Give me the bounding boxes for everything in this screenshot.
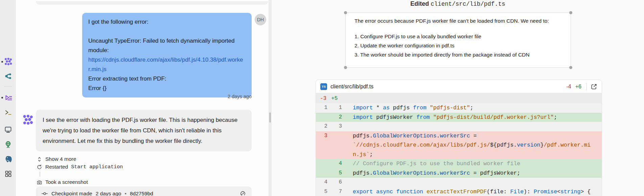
- old-line-number: 2: [316, 122, 330, 131]
- user-message-error2: Error extracting text from PDF:: [88, 74, 246, 84]
- code-line: import * as pdfjs from "pdfjs-dist";: [345, 103, 474, 113]
- timeline-connector: [40, 172, 40, 177]
- typescript-file-icon: TS: [320, 83, 327, 90]
- checkpoint-hash: 8d2759bd: [130, 191, 153, 196]
- edited-label: Edited: [410, 0, 429, 7]
- agent-notification-dot: [1, 61, 3, 63]
- restart-icon: [37, 164, 42, 170]
- database-postgres-icon: [4, 155, 12, 163]
- selection-handle[interactable]: [344, 11, 347, 14]
- explanation-step: 2. Update the worker configuration in pd…: [354, 42, 567, 49]
- screenshot-event-row: Took a screenshot: [37, 179, 88, 185]
- all-tools-grid-icon: [4, 170, 12, 178]
- scrolled-message-fragment: [36, 1, 268, 5]
- agent-icon: [4, 58, 12, 66]
- networking-icon: [4, 140, 12, 149]
- new-line-number: 2: [330, 113, 345, 122]
- checkpoint-label: Checkpoint made: [51, 191, 92, 196]
- checkpoint-time: 2 days ago: [96, 191, 121, 196]
- explanation-box[interactable]: The error occurs because PDF.js worker f…: [345, 13, 571, 68]
- lines-added-count: +6: [575, 84, 581, 90]
- rail-divider: [4, 86, 12, 87]
- tool-rail: [0, 0, 16, 196]
- old-line-number: [316, 140, 330, 150]
- checkpoint-separator: •: [124, 191, 126, 196]
- new-line-number: 3: [330, 122, 345, 131]
- selection-handle[interactable]: [569, 66, 572, 69]
- commit-icon: [41, 190, 48, 196]
- old-line-number: [316, 113, 330, 122]
- user-message-error: Uncaught TypeError: Failed to fetch dyna…: [88, 36, 246, 55]
- diff-row: 5pdfjs.GlobalWorkerOptions.workerSrc = p…: [316, 169, 602, 178]
- lines-removed-count: -4: [567, 84, 571, 90]
- diff-filename: client/src/lib/pdf.ts: [330, 84, 373, 90]
- diff-card: TS client/src/lib/pdf.ts -4 +6 -3 +5 11i…: [316, 80, 602, 196]
- selection-handle[interactable]: [344, 66, 347, 69]
- sidebar-item-output[interactable]: [4, 125, 12, 133]
- old-line-number: [316, 169, 330, 178]
- expand-vertical-icon: [37, 156, 42, 162]
- new-line-number: 5: [330, 169, 345, 178]
- open-in-editor-icon[interactable]: [591, 83, 597, 90]
- diff-counts: -4 +6: [567, 84, 581, 90]
- hunk-added: +5: [331, 95, 338, 102]
- panel-resize-handle[interactable]: [269, 112, 271, 123]
- code-line: import pdfjsWorker from "pdfjs-dist/buil…: [345, 113, 557, 122]
- sidebar-item-shell[interactable]: [4, 108, 12, 116]
- old-line-number: [316, 159, 330, 169]
- sidebar-item-workflows[interactable]: [4, 93, 12, 102]
- code-line: // Configure PDF.js to use the bundled w…: [345, 159, 520, 169]
- sidebar-item-database[interactable]: [4, 155, 12, 163]
- new-line-number: 7: [330, 187, 345, 196]
- diff-header: TS client/src/lib/pdf.ts -4 +6: [316, 80, 602, 93]
- header-separator: [586, 83, 587, 90]
- explanation-step: 3. The worker should be imported directl…: [354, 51, 567, 59]
- diff-row: 2import pdfjsWorker from "pdfjs-dist/bui…: [316, 113, 602, 122]
- new-line-number: 4: [330, 159, 345, 169]
- user-message-error3: Error {}: [88, 84, 246, 93]
- new-line-number: 1: [330, 103, 345, 113]
- screenshot-label: Took a screenshot: [45, 179, 88, 185]
- user-message-bubble: I got the following error: Uncaught Type…: [82, 13, 252, 97]
- code-line: export async function extractTextFromPDF…: [345, 187, 591, 196]
- edited-file-path: client/src/lib/pdf.ts: [431, 1, 505, 7]
- explanation-step: 1. Configure PDF.js to use a locally bun…: [354, 33, 567, 40]
- sidebar-item-agent[interactable]: [4, 58, 12, 66]
- diff-row: `//cdnjs.cloudflare.com/ajax/libs/pdf.js…: [316, 140, 602, 150]
- output-monitor-icon: [4, 126, 12, 133]
- old-line-number: 5: [316, 187, 330, 196]
- code-line: [345, 178, 353, 187]
- show-more-label: Show 4 more: [45, 156, 76, 162]
- hunk-removed: -3: [320, 95, 326, 102]
- shell-icon: [4, 109, 12, 116]
- show-more-toggle[interactable]: Show 4 more: [37, 156, 76, 162]
- blank-line: [88, 27, 246, 36]
- code-line: pdfjs.GlobalWorkerOptions.workerSrc = pd…: [345, 169, 520, 178]
- diff-row: n.js`;: [316, 150, 602, 159]
- sidebar-item-git[interactable]: [4, 72, 12, 80]
- agent-chat-panel: I got the following error: Uncaught Type…: [16, 0, 269, 196]
- workflows-notification-dot: [1, 97, 3, 99]
- diff-hunk-header: -3 +5: [316, 93, 602, 103]
- diff-row: 11import * as pdfjs from "pdfjs-dist";: [316, 103, 602, 113]
- error-url-link[interactable]: https://cdnjs.cloudflare.com/ajax/libs/p…: [88, 55, 246, 74]
- edited-file-title: Edited client/src/lib/pdf.ts: [272, 0, 644, 7]
- camera-icon: [37, 179, 42, 185]
- diff-row: 3pdfjs.GlobalWorkerOptions.workerSrc =: [316, 131, 602, 141]
- sidebar-item-all-tools[interactable]: [4, 170, 12, 178]
- assistant-message-bubble: I see the error with loading the PDF.js …: [36, 110, 252, 151]
- diff-row: 57export async function extractTextFromP…: [316, 187, 602, 196]
- selection-handle[interactable]: [569, 11, 572, 14]
- code-line: pdfjs.GlobalWorkerOptions.workerSrc =: [345, 131, 477, 141]
- sidebar-item-networking[interactable]: [4, 140, 12, 149]
- user-message-intro: I got the following error:: [88, 17, 246, 27]
- checkpoint-bar[interactable]: Checkpoint made 2 days ago • 8d2759bd: [36, 187, 252, 196]
- diff-row: 23: [316, 122, 602, 131]
- rollback-icon[interactable]: [239, 190, 246, 196]
- new-line-number: 6: [330, 178, 345, 187]
- diff-rows: 11import * as pdfjs from "pdfjs-dist";2i…: [316, 103, 602, 196]
- panel-divider: [269, 0, 272, 196]
- old-line-number: 4: [316, 178, 330, 187]
- diff-row: 46: [316, 178, 602, 187]
- editor-preview-panel: Edited client/src/lib/pdf.ts The error o…: [272, 0, 644, 196]
